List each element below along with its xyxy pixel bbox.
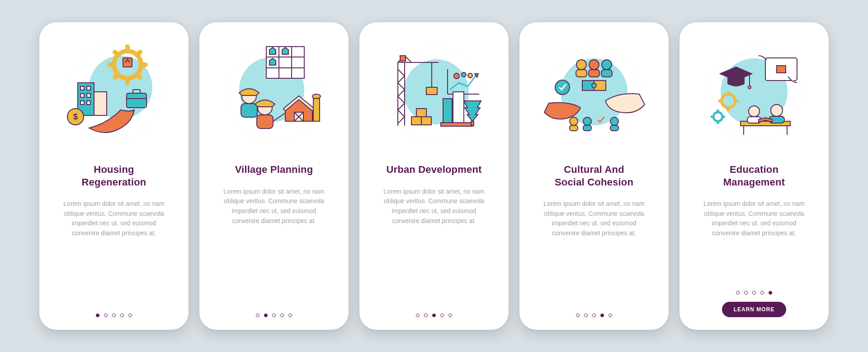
cohesion-icon: [538, 38, 651, 151]
onboarding-card-village: Village Planning Lorem ipsum dolor sit a…: [199, 22, 349, 330]
svg-line-7: [115, 52, 118, 55]
card-title: Cultural And Social Cohesion: [555, 163, 633, 188]
page-dot[interactable]: [600, 314, 604, 317]
card-title: Village Planning: [235, 163, 313, 176]
svg-point-67: [602, 60, 612, 70]
education-icon: [698, 38, 811, 151]
svg-rect-78: [610, 125, 618, 131]
svg-rect-66: [589, 70, 599, 77]
svg-line-9: [115, 75, 118, 77]
svg-point-75: [583, 117, 591, 125]
card-title: Urban Development: [386, 163, 481, 176]
svg-rect-15: [87, 86, 90, 90]
svg-rect-64: [576, 70, 587, 77]
page-dot[interactable]: [112, 314, 116, 317]
page-dot[interactable]: [424, 314, 428, 317]
svg-point-77: [610, 117, 618, 125]
card-body: Lorem ipsum dolor sit amet, no nam obliq…: [380, 187, 488, 226]
page-dot[interactable]: [256, 314, 259, 317]
pagination-dots: [576, 314, 612, 317]
page-dot[interactable]: [736, 291, 740, 295]
card-body: Lorem ipsum dolor sit amet, no nam obliq…: [540, 199, 648, 238]
onboarding-card-cohesion: Cultural And Social Cohesion Lorem ipsum…: [519, 22, 669, 330]
page-dot[interactable]: [128, 314, 132, 317]
svg-rect-19: [87, 101, 90, 105]
svg-point-88: [713, 112, 722, 121]
page-dot[interactable]: [120, 314, 124, 317]
card-title: Housing Regeneration: [82, 163, 146, 188]
svg-point-82: [748, 86, 751, 89]
svg-point-41: [312, 94, 321, 99]
svg-point-100: [771, 105, 783, 116]
svg-rect-35: [257, 115, 273, 128]
svg-rect-14: [80, 86, 84, 90]
page-dot[interactable]: [592, 314, 596, 317]
page-dot[interactable]: [448, 314, 452, 317]
page-dot[interactable]: [416, 314, 420, 317]
svg-rect-74: [570, 125, 578, 131]
page-dot[interactable]: [440, 314, 444, 317]
card-title: Education Management: [723, 163, 785, 188]
svg-rect-33: [241, 104, 257, 117]
svg-rect-22: [127, 93, 146, 108]
page-dot[interactable]: [432, 314, 436, 317]
svg-point-54: [454, 73, 459, 79]
page-dot[interactable]: [264, 314, 268, 317]
svg-rect-94: [777, 66, 786, 73]
svg-point-55: [462, 72, 466, 77]
svg-rect-58: [453, 92, 464, 125]
onboarding-card-housing: $ Housing Regeneration Lorem ipsum dolor…: [39, 22, 189, 330]
svg-rect-47: [400, 56, 406, 61]
village-icon: [217, 38, 330, 151]
pagination-dots: [736, 291, 772, 295]
urban-icon: [377, 38, 491, 151]
svg-rect-59: [441, 123, 472, 126]
svg-point-72: [555, 80, 570, 95]
onboarding-card-education: Education Management Lorem ipsum dolor s…: [679, 22, 829, 330]
svg-rect-16: [80, 94, 84, 97]
page-dot[interactable]: [96, 314, 99, 317]
page-dot[interactable]: [744, 291, 748, 295]
onboarding-card-urban: Urban Development Lorem ipsum dolor sit …: [359, 22, 509, 330]
svg-rect-76: [583, 125, 591, 131]
svg-text:$: $: [73, 112, 78, 121]
page-dot[interactable]: [280, 314, 284, 317]
svg-rect-17: [87, 94, 90, 97]
svg-rect-48: [426, 87, 437, 95]
page-dot[interactable]: [584, 314, 588, 317]
page-dot[interactable]: [104, 314, 108, 317]
svg-line-8: [137, 75, 140, 77]
card-body: Lorem ipsum dolor sit amet, no nam obliq…: [700, 199, 808, 238]
pagination-dots: [416, 314, 452, 317]
card-body: Lorem ipsum dolor sit amet, no nam obliq…: [220, 187, 328, 226]
svg-rect-51: [416, 109, 426, 117]
page-dot[interactable]: [288, 314, 292, 317]
housing-icon: $: [57, 38, 170, 151]
card-body: Lorem ipsum dolor sit amet, no nam obliq…: [60, 199, 168, 238]
svg-point-65: [589, 60, 599, 70]
svg-rect-68: [601, 70, 612, 77]
svg-rect-50: [421, 117, 431, 125]
learn-more-button[interactable]: LEARN MORE: [722, 302, 787, 317]
svg-point-73: [570, 117, 578, 125]
svg-point-71: [592, 83, 596, 88]
page-dot[interactable]: [272, 314, 276, 317]
page-dot[interactable]: [760, 291, 764, 295]
svg-line-10: [137, 52, 140, 55]
pagination-dots: [96, 314, 132, 317]
onboarding-row: $ Housing Regeneration Lorem ipsum dolor…: [21, 4, 847, 348]
svg-rect-18: [80, 101, 84, 105]
page-dot[interactable]: [576, 314, 580, 317]
page-dot[interactable]: [752, 291, 756, 295]
svg-rect-60: [471, 121, 474, 126]
svg-rect-57: [443, 99, 452, 125]
svg-rect-40: [313, 96, 320, 121]
page-dot[interactable]: [769, 291, 772, 295]
page-dot[interactable]: [609, 314, 612, 317]
svg-point-56: [468, 73, 472, 78]
svg-rect-13: [94, 92, 107, 115]
svg-rect-49: [411, 117, 421, 125]
svg-point-98: [749, 106, 760, 117]
svg-point-63: [576, 60, 586, 70]
pagination-dots: [256, 314, 292, 317]
